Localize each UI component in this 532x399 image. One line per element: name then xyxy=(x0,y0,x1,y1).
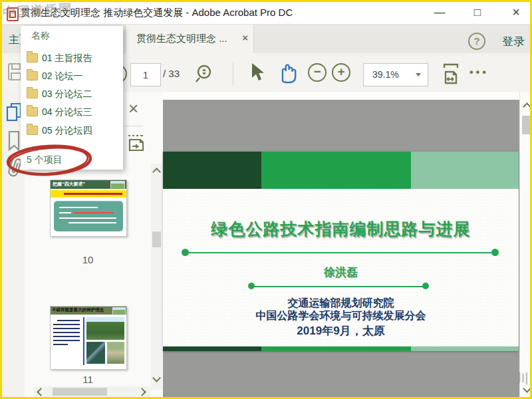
tab-close-icon[interactable]: × xyxy=(242,32,248,43)
select-tool-icon[interactable] xyxy=(248,62,265,83)
slide-org-line2: 中国公路学会环境与可持续发展分会 xyxy=(163,309,519,323)
title-underline xyxy=(185,252,495,253)
popup-item-4[interactable]: 04 分论坛三 xyxy=(21,102,123,120)
thumb11-photo-1 xyxy=(86,317,124,340)
page-total-label: / 33 xyxy=(163,68,180,79)
slide-bottom-blocks xyxy=(163,346,519,351)
popup-item-label: 02 论坛一 xyxy=(42,70,82,82)
popup-item-3[interactable]: 03 分论坛二 xyxy=(21,84,123,102)
window-title: 贯彻生态文明理念 推动绿色交通发展 - Adobe Acrobat Pro DC xyxy=(21,7,293,19)
popup-item-5[interactable]: 05 分论坛四 xyxy=(21,121,123,139)
more-tools-icon[interactable]: ••• xyxy=(469,66,489,78)
page-11-label: 11 xyxy=(50,374,126,385)
chevron-down-icon xyxy=(416,73,421,76)
fit-width-icon[interactable] xyxy=(440,63,462,85)
popup-name-header: 名称 xyxy=(31,30,50,42)
zoom-level-value: 39.1% xyxy=(372,69,399,80)
thumb11-photo-3 xyxy=(107,342,124,364)
thumb10-content-box xyxy=(54,201,123,231)
page-number-input[interactable] xyxy=(130,63,161,86)
main-scroll-up-icon[interactable] xyxy=(523,102,531,111)
thumb11-title: 不破坏就是最大的保护理念 xyxy=(52,307,104,313)
document-pane: 绿色公路技术指南编制思路与进展 徐洪磊 交通运输部规划研究院 中国公路学会环境与… xyxy=(162,92,530,397)
watermark-bottom-right: 川 xyxy=(516,370,529,388)
panel-close-icon[interactable]: × xyxy=(128,100,138,117)
tab-document-label: 贯彻生态文明理念 ... xyxy=(136,33,227,45)
minimize-button[interactable]: — xyxy=(431,6,448,19)
close-button[interactable]: × xyxy=(507,5,525,20)
thumb11-divider xyxy=(83,317,84,365)
title-bar: 贯彻生态文明理念 推动绿色交通发展 - Adobe Acrobat Pro DC… xyxy=(2,2,530,25)
tab-document[interactable]: 贯彻生态文明理念 ... × xyxy=(125,25,254,53)
popup-item-label: 05 分论坛四 xyxy=(42,125,92,137)
panel-scroll-up-icon[interactable] xyxy=(152,168,161,176)
help-icon[interactable]: ? xyxy=(468,33,485,50)
panel-scroll-right-icon[interactable] xyxy=(138,388,146,396)
thumb11-photo-2 xyxy=(86,342,105,364)
slide-title: 绿色公路技术指南编制思路与进展 xyxy=(163,218,519,240)
thumb10-banner xyxy=(51,190,126,198)
panel-vscrollbar[interactable] xyxy=(151,164,162,390)
main-vscrollbar[interactable] xyxy=(519,92,532,397)
panel-options-icon[interactable] xyxy=(126,132,146,156)
main-vscroll-thumb[interactable] xyxy=(522,116,531,134)
panel-hscrollbar[interactable] xyxy=(34,386,151,397)
line2-dot-right xyxy=(422,283,429,289)
popup-item-count: 5 个项目 xyxy=(27,154,63,166)
folder-icon xyxy=(27,89,38,98)
thumb10-image xyxy=(110,181,125,190)
folder-icon xyxy=(27,126,38,135)
hand-tool-icon[interactable] xyxy=(276,61,300,84)
slide-org-line1: 交通运输部规划研究院 xyxy=(163,297,519,311)
panel-hscroll-thumb[interactable] xyxy=(53,388,107,396)
thumbnail-page-10[interactable]: 把握“四大要求” xyxy=(50,180,127,237)
zoom-in-icon[interactable]: + xyxy=(332,63,350,82)
zoom-level-dropdown[interactable]: 39.1% xyxy=(363,63,428,86)
app-icon xyxy=(7,7,19,21)
panel-vscroll-thumb[interactable] xyxy=(152,231,161,247)
acrobat-window: 贯彻生态文明理念 推动绿色交通发展 - Adobe Acrobat Pro DC… xyxy=(0,0,532,399)
popup-item-label: 01 主旨报告 xyxy=(42,53,92,65)
slide-author: 徐洪磊 xyxy=(163,265,519,280)
panel-separator xyxy=(124,126,143,126)
popup-item-label: 04 分论坛三 xyxy=(42,106,92,118)
toolbar-separator xyxy=(233,63,233,85)
thumb10-title: 把握“四大要求” xyxy=(53,181,85,188)
page-thumbnails-search-icon[interactable] xyxy=(195,63,216,84)
page-10-label: 10 xyxy=(50,254,126,265)
maximize-button[interactable]: □ xyxy=(469,6,486,19)
popup-item-1[interactable]: 01 主旨报告 xyxy=(21,49,123,66)
attachments-popup: 名称 01 主旨报告 02 论坛一 03 分论坛二 04 分论坛三 05 分论坛… xyxy=(21,26,123,170)
folder-icon xyxy=(27,71,38,80)
folder-icon xyxy=(27,53,38,63)
line-dot-left xyxy=(182,249,189,256)
line-dot-right xyxy=(491,249,499,256)
line2-dot-left xyxy=(248,283,255,289)
bookmarks-panel-icon[interactable] xyxy=(7,130,21,152)
author-underline xyxy=(251,286,426,287)
slide-page: 绿色公路技术指南编制思路与进展 徐洪磊 交通运输部规划研究院 中国公路学会环境与… xyxy=(163,152,519,351)
zoom-out-icon[interactable]: − xyxy=(308,63,327,82)
popup-item-2[interactable]: 02 论坛一 xyxy=(21,66,123,84)
panel-scroll-down-icon[interactable] xyxy=(152,374,161,382)
panel-scroll-left-icon[interactable] xyxy=(37,388,45,396)
slide-top-blocks xyxy=(163,152,519,189)
slide-date-line: 2019年9月，太原 xyxy=(163,323,519,338)
thumbnail-page-11[interactable]: 不破坏就是最大的保护理念 xyxy=(50,306,127,370)
thumb11-image-sky xyxy=(112,307,126,315)
popup-item-label: 03 分论坛二 xyxy=(42,88,92,100)
sign-in-link[interactable]: 登录 xyxy=(502,34,525,49)
folder-icon xyxy=(27,107,38,116)
